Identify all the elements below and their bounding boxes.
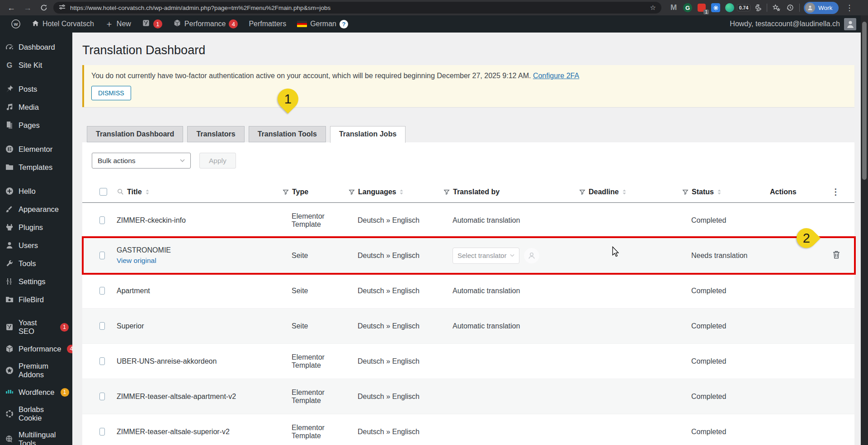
sidebar-item-hello[interactable]: Hello [0,182,72,200]
extensions-puzzle-icon[interactable] [753,3,763,13]
view-original-link[interactable]: View original [117,257,156,265]
sidebar-item-appearance[interactable]: Appearance [0,200,72,218]
forward-icon[interactable]: → [21,1,34,14]
admin-bar-yoast-button[interactable]: 1 [137,15,167,33]
admin-bar-site-link[interactable]: Hotel Corvatsch [27,15,99,33]
sort-icon[interactable] [622,189,627,195]
extension-teal-icon[interactable] [725,3,735,13]
cell-checkbox [82,309,108,343]
row-checkbox[interactable] [99,428,105,436]
sidebar-item-tools[interactable]: Tools [0,254,72,272]
extension-grammarly-icon[interactable]: G [683,3,693,13]
header-status[interactable]: Status [682,182,761,202]
tab-translation-jobs[interactable]: Translation Jobs [330,126,406,143]
browser-menu-icon[interactable]: ⋮ [843,3,856,13]
sidebar-item-premium-addons[interactable]: Premium Addons [0,358,72,383]
sidebar-item-media[interactable]: Media [0,98,72,116]
page-scrollbar[interactable] [861,15,868,445]
admin-bar-perfmatters-button[interactable]: Perfmatters [244,15,291,33]
sidebar-item-borlabs-cookie[interactable]: Borlabs Cookie [0,401,72,426]
apply-button[interactable]: Apply [199,153,236,169]
site-settings-icon[interactable] [59,4,66,12]
select-all-checkbox[interactable] [99,188,107,196]
sidebar-item-pages[interactable]: Pages [0,116,72,134]
filter-icon[interactable] [349,189,355,195]
cell-languages: Deutsch » Englisch [349,414,443,445]
cell-languages: Deutsch » Englisch [349,273,443,308]
job-title: ZIMMER-teaser-altsale-apartment-v2 [117,393,236,401]
sidebar-item-elementor[interactable]: Elementor [0,140,72,158]
job-title: Apartment [117,287,150,295]
sidebar-item-yoast-seo[interactable]: Yoast SEO 1 [0,314,72,340]
dismiss-button[interactable]: DISMISS [91,86,131,100]
header-translated-by[interactable]: Translated by [443,182,579,202]
tab-translators[interactable]: Translators [187,126,244,142]
header-languages[interactable]: Languages [349,182,443,202]
table-row: ZIMMER-teaser-altsale-superior-v2 Elemen… [82,414,854,445]
cell-checkbox [82,344,108,379]
reload-icon[interactable] [37,1,51,14]
row-checkbox[interactable] [99,393,105,400]
row-checkbox[interactable] [99,252,105,259]
bulk-actions-select[interactable]: Bulk actions [92,153,191,169]
sidebar-item-filebird[interactable]: FileBird [0,290,72,309]
star-circle-icon [5,365,14,375]
cell-checkbox [82,379,108,414]
sidebar-item-users[interactable]: Users [0,236,72,254]
cell-actions [761,344,854,379]
filter-icon[interactable] [579,189,585,195]
sidebar-item-settings[interactable]: Settings [0,272,72,290]
configure-2fa-link[interactable]: Configure 2FA [533,72,579,80]
howdy-text[interactable]: Howdy, testaccount@laudinella.ch [730,20,840,28]
extension-meter-icon[interactable]: 0.74 [739,3,749,13]
admin-bar-language-switcher[interactable]: German ? [292,15,353,33]
sidebar-item-performance[interactable]: Performance 4 [0,340,72,358]
media-icon [5,102,14,112]
sidebar-item-site-kit[interactable]: G Site Kit [0,56,72,74]
sidebar-item-dashboard[interactable]: Dashboard [0,38,72,56]
history-icon[interactable] [785,3,795,13]
sort-icon[interactable] [399,189,404,195]
header-deadline[interactable]: Deadline [579,182,682,202]
admin-bar-performance-button[interactable]: Performance 4 [169,15,243,33]
filter-icon[interactable] [283,189,289,195]
cell-translated-by: Automatic translation [443,203,579,238]
filter-icon[interactable] [443,189,450,195]
elementor-icon [5,144,14,154]
sidebar-item-templates[interactable]: Templates [0,158,72,176]
sidebar-item-wordfence[interactable]: Wordfence 1 [0,383,72,401]
user-avatar[interactable] [844,18,856,30]
sidebar-item-plugins[interactable]: Plugins [0,218,72,236]
row-checkbox[interactable] [99,287,105,295]
row-checkbox[interactable] [99,216,105,224]
header-type[interactable]: Type [283,182,349,202]
scrollbar-thumb[interactable] [862,22,867,180]
filter-icon[interactable] [682,189,689,195]
url-bar[interactable]: https://www.hotel-corvatsch.ch/wp-admin/… [53,2,661,14]
bookmark-star-icon[interactable]: ☆ [650,4,656,12]
header-title[interactable]: Title [108,182,283,202]
admin-bar-new-button[interactable]: ＋ New [100,15,136,33]
bookmarks-stars-icon[interactable] [771,3,781,13]
extension-m-icon[interactable]: M [669,3,679,13]
search-icon[interactable] [117,188,124,195]
tab-translation-dashboard[interactable]: Translation Dashboard [87,126,183,142]
browser-profile-button[interactable]: Work [804,2,839,14]
cell-checkbox [82,203,108,238]
sidebar-item-multilingual-tools[interactable]: Multilingual Tools [0,426,72,445]
sidebar-item-posts[interactable]: Posts [0,80,72,98]
row-checkbox[interactable] [99,322,105,330]
column-settings-icon[interactable]: ⋮ [831,187,854,197]
sort-icon[interactable] [717,189,722,195]
table-row-gastronomie: GASTRONOMIE View original Seite Deutsch … [82,238,854,273]
delete-job-button[interactable] [831,249,842,262]
extension-gear-icon[interactable] [711,3,721,13]
extension-red-icon[interactable]: 1 [697,3,707,13]
wp-logo-icon[interactable]: W [6,15,25,33]
row-checkbox[interactable] [99,357,105,365]
tab-translation-tools[interactable]: Translation Tools [249,126,326,142]
sort-icon[interactable] [145,189,150,195]
back-icon[interactable]: ← [5,1,18,14]
select-translator-dropdown[interactable]: Select translator [453,248,519,264]
table-row: ZIMMER-ckeckin-info Elementor Template D… [82,203,854,238]
